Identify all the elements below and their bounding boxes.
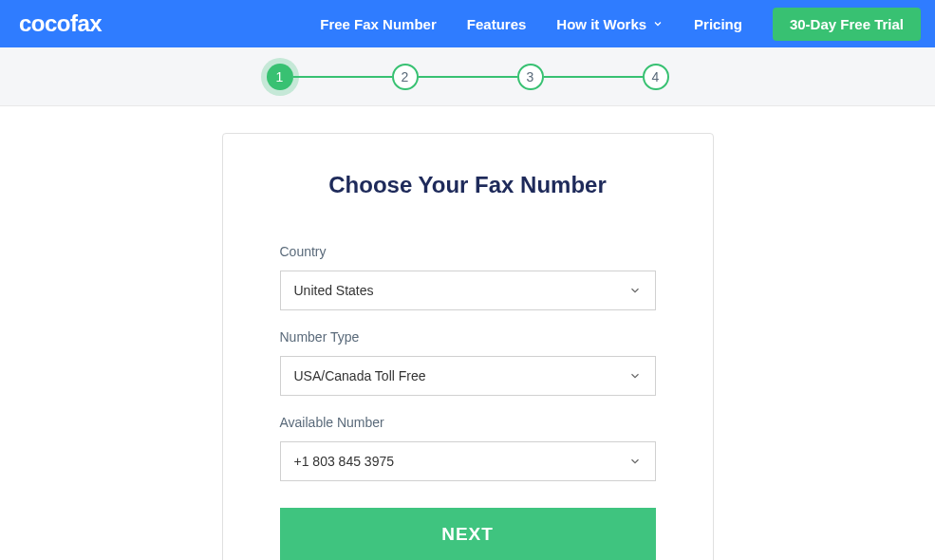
step-4[interactable]: 4	[643, 64, 669, 90]
number-type-field: Number Type USA/Canada Toll Free	[280, 329, 656, 396]
number-type-value: USA/Canada Toll Free	[294, 368, 628, 383]
chevron-down-icon	[628, 455, 642, 468]
form-card: Choose Your Fax Number Country United St…	[222, 133, 714, 560]
free-trial-button[interactable]: 30-Day Free Trial	[773, 8, 921, 41]
nav-how-it-works[interactable]: How it Works	[556, 16, 664, 32]
top-nav: cocofax Free Fax Number Features How it …	[0, 0, 935, 47]
chevron-down-icon	[628, 284, 642, 297]
available-number-field: Available Number +1 803 845 3975	[280, 415, 656, 481]
step-2[interactable]: 2	[392, 64, 419, 90]
available-number-label: Available Number	[280, 415, 656, 430]
nav-links: Free Fax Number Features How it Works Pr…	[320, 8, 921, 41]
logo[interactable]: cocofax	[19, 10, 102, 37]
chevron-down-icon	[628, 369, 642, 383]
number-type-select[interactable]: USA/Canada Toll Free	[280, 356, 656, 396]
step-line	[419, 76, 517, 78]
country-select[interactable]: United States	[280, 271, 656, 310]
content: Choose Your Fax Number Country United St…	[0, 106, 935, 560]
page-title: Choose Your Fax Number	[280, 172, 656, 198]
country-label: Country	[280, 244, 656, 259]
available-number-select[interactable]: +1 803 845 3975	[280, 441, 656, 481]
nav-free-fax-number[interactable]: Free Fax Number	[320, 16, 437, 32]
step-line	[293, 76, 392, 78]
country-field: Country United States	[280, 244, 656, 310]
nav-pricing[interactable]: Pricing	[694, 16, 742, 32]
next-button[interactable]: NEXT	[280, 508, 656, 560]
nav-features[interactable]: Features	[467, 16, 527, 32]
nav-how-it-works-label: How it Works	[556, 16, 646, 32]
step-3[interactable]: 3	[517, 64, 544, 90]
number-type-label: Number Type	[280, 329, 656, 345]
available-number-value: +1 803 845 3975	[294, 454, 628, 469]
step-1[interactable]: 1	[267, 64, 293, 90]
chevron-down-icon	[652, 18, 664, 29]
stepper-bar: 1 2 3 4	[0, 47, 935, 106]
stepper: 1 2 3 4	[267, 64, 669, 90]
country-value: United States	[294, 283, 628, 298]
step-line	[544, 76, 643, 78]
